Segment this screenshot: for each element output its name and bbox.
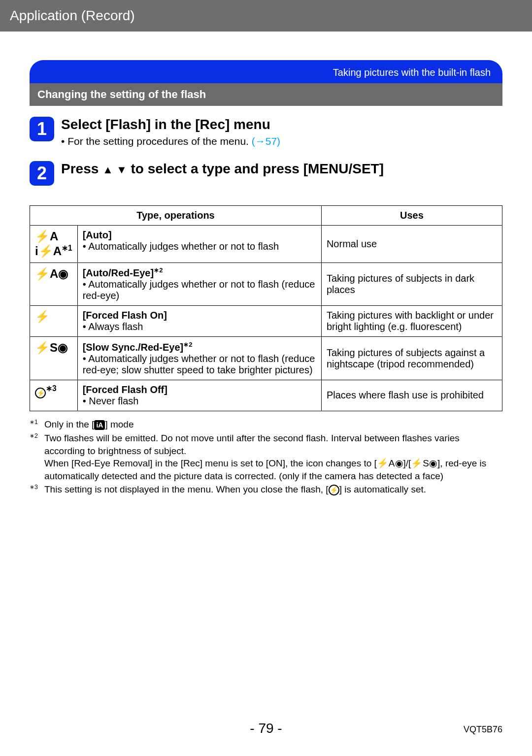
flash-mode-op: [Auto] • Automatically judges whether or… [77,226,321,263]
doc-code: VQT5B76 [464,724,502,735]
step-2: 2 Press ▲ ▼ to select a type and press [… [30,161,502,186]
mode-name: [Forced Flash On] [83,310,167,321]
step-2-title: Press ▲ ▼ to select a type and press [ME… [61,161,384,177]
table-row: ⚡A◉ [Auto/Red-Eye]∗2 • Automatically jud… [30,263,502,306]
step-1: 1 Select [Flash] in the [Rec] menu For t… [30,117,502,147]
up-down-icon: ▲ ▼ [102,164,127,176]
mode-desc: Always flash [88,321,143,332]
flash-auto-redeye-changed-icon: ⚡A◉ [377,458,403,468]
footnote-2: ∗2 Two flashes will be emitted. Do not m… [30,432,502,457]
flash-mode-uses: Taking pictures with backlight or under … [321,306,502,337]
flash-auto-redeye-icon: ⚡A◉ [35,267,68,280]
flash-mode-icon-cell: ⚡A◉ [30,263,78,306]
mode-desc: Automatically judges whether or not to f… [83,353,315,375]
footnote-2-line1: Two flashes will be emitted. Do not move… [44,433,460,456]
flash-mode-op: [Slow Sync./Red-Eye]∗2 • Automatically j… [77,337,321,380]
step-number-badge: 1 [30,117,54,141]
flash-slowsync-redeye-changed-icon: ⚡S◉ [411,458,437,468]
step-1-title: Select [Flash] in the [Rec] menu [61,117,280,132]
table-row: ⚡A i⚡A∗1 [Auto] • Automatically judges w… [30,226,502,263]
table-header-row: Type, operations Uses [30,206,502,226]
page-number: - 79 - [250,721,282,736]
flash-mode-icon-cell: ⚡A i⚡A∗1 [30,226,78,263]
flash-mode-uses: Taking pictures of subjects in dark plac… [321,263,502,306]
app-header-title: Application (Record) [10,8,135,23]
mode-desc: Never flash [89,395,138,406]
flash-slowsync-redeye-icon: ⚡S◉ [35,341,68,354]
flash-forced-off-icon: ⚡ [329,485,339,495]
table-row: ⚡S◉ [Slow Sync./Red-Eye]∗2 • Automatical… [30,337,502,380]
flash-forced-off-icon: ⚡ [35,388,46,398]
flash-auto-icon: ⚡A [35,230,58,243]
footnotes: ∗1 Only in the [iA] mode ∗2 Two flashes … [30,418,502,496]
section-subheader: Changing the setting of the flash [30,83,502,106]
step-number: 2 [37,163,47,184]
topic-banner: Taking pictures with the built-in flash [30,60,502,83]
mode-desc: Automatically judges whether or not to f… [83,279,315,301]
page-footer: - 79 - VQT5B76 [0,721,532,736]
footnote-3: ∗3 This setting is not displayed in the … [30,483,502,496]
flash-mode-icon-cell: ⚡∗3 [30,380,78,411]
table-row: ⚡ [Forced Flash On] • Always flash Takin… [30,306,502,337]
flash-mode-op: [Forced Flash Off] • Never flash [77,380,321,411]
table-row: ⚡∗3 [Forced Flash Off] • Never flash Pla… [30,380,502,411]
flash-mode-op: [Forced Flash On] • Always flash [77,306,321,337]
step-1-bullet-text: For the setting procedures of the menu. [67,135,252,147]
mode-name: [Forced Flash Off] [83,384,167,395]
flash-mode-uses: Normal use [321,226,502,263]
app-header: Application (Record) [0,0,532,32]
step-2-title-prefix: Press [61,161,102,176]
flash-mode-icon-cell: ⚡ [30,306,78,337]
step-number: 1 [37,119,47,139]
step-1-bullet: For the setting procedures of the menu. … [61,135,280,147]
flash-mode-uses: Places where flash use is prohibited [321,380,502,411]
step-number-badge: 2 [30,161,54,186]
flash-forced-on-icon: ⚡ [35,310,50,323]
flash-modes-table: Type, operations Uses ⚡A i⚡A∗1 [Auto] • … [30,205,502,411]
flash-mode-op: [Auto/Red-Eye]∗2 • Automatically judges … [77,263,321,306]
footnote-2-line2: When [Red-Eye Removal] in the [Rec] menu… [44,457,502,482]
mode-name: [Slow Sync./Red-Eye]∗2 [83,342,193,353]
mode-name: [Auto] [83,230,112,240]
step-1-link[interactable]: (→57) [252,135,280,147]
ia-mode-icon: iA [94,420,105,430]
flash-mode-icon-cell: ⚡S◉ [30,337,78,380]
mode-desc: Automatically judges whether or not to f… [88,241,279,252]
topic-banner-text: Taking pictures with the built-in flash [333,67,491,78]
step-2-title-suffix: to select a type and press [MENU/SET] [131,161,384,176]
col-header-uses: Uses [321,206,502,226]
mode-name: [Auto/Red-Eye]∗2 [83,267,163,278]
col-header-type: Type, operations [30,206,322,226]
footnote-1: ∗1 Only in the [iA] mode [30,418,502,431]
flash-mode-uses: Taking pictures of subjects against a ni… [321,337,502,380]
flash-iauto-icon: i⚡A∗1 [35,244,72,258]
section-subheader-text: Changing the setting of the flash [37,88,206,100]
